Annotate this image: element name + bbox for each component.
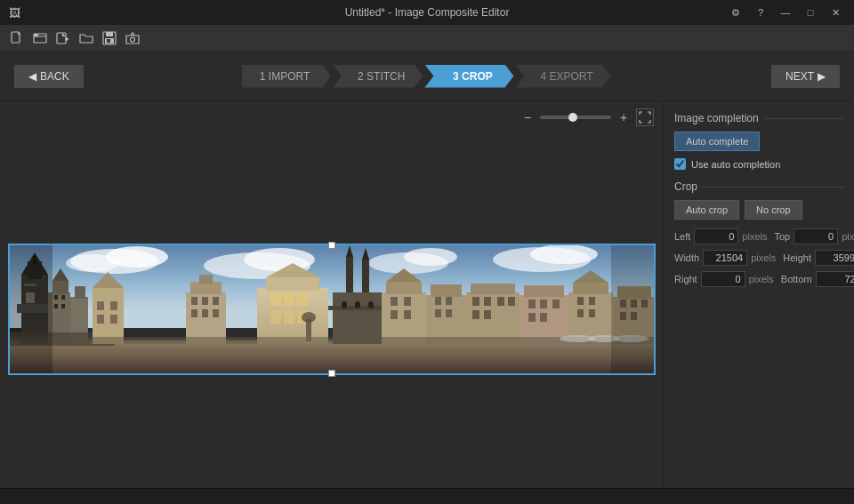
svg-point-16 <box>404 248 457 266</box>
open-image-button[interactable] <box>53 28 73 48</box>
field-row-right-bottom: Right pixels Bottom pixels <box>674 271 843 287</box>
steps-bar: ◀ BACK 1 IMPORT 2 STITCH 3 CROP 4 EXPORT… <box>0 52 854 101</box>
use-auto-completion-checkbox[interactable] <box>674 158 686 170</box>
svg-rect-96 <box>552 300 560 308</box>
svg-rect-52 <box>368 301 374 308</box>
panorama-image <box>8 244 656 375</box>
svg-point-8 <box>131 37 135 42</box>
right-panel: Image completion Auto complete Use auto … <box>663 101 854 488</box>
svg-point-118 <box>302 312 316 323</box>
close-button[interactable]: ✕ <box>824 4 847 21</box>
svg-rect-87 <box>484 297 491 306</box>
svg-rect-35 <box>54 304 58 308</box>
svg-rect-91 <box>484 310 491 319</box>
bottom-input[interactable] <box>816 271 854 287</box>
app-icon: 🖼 <box>7 5 21 20</box>
top-label: Top <box>774 231 790 242</box>
canvas-viewport[interactable] <box>0 130 663 488</box>
window-controls: ⚙ ? — □ ✕ <box>724 4 847 21</box>
help-button[interactable]: ? <box>749 4 772 21</box>
settings-button[interactable]: ⚙ <box>724 4 747 21</box>
right-input[interactable] <box>701 271 745 287</box>
svg-rect-42 <box>97 315 104 324</box>
svg-rect-120 <box>611 244 656 375</box>
svg-rect-104 <box>577 309 584 317</box>
svg-rect-90 <box>472 310 479 319</box>
panorama-container <box>8 244 656 375</box>
svg-rect-29 <box>52 281 68 294</box>
svg-rect-88 <box>497 297 504 306</box>
svg-rect-119 <box>8 244 52 375</box>
zoom-toolbar: − + <box>0 101 663 130</box>
step-stitch[interactable]: 2 STITCH <box>333 65 423 88</box>
bottom-label: Bottom <box>781 274 812 284</box>
title-bar: 🖼 Untitled* - Image Composite Editor ⚙ ?… <box>0 0 854 25</box>
top-unit: pixels <box>842 231 854 242</box>
svg-rect-2 <box>34 34 38 36</box>
width-input[interactable] <box>703 250 747 266</box>
svg-rect-76 <box>391 310 398 319</box>
main-content: − + <box>0 101 854 488</box>
back-button[interactable]: ◀ BACK <box>14 65 84 88</box>
save-button[interactable] <box>100 28 119 48</box>
svg-rect-58 <box>297 292 308 306</box>
svg-rect-7 <box>107 39 110 43</box>
image-completion-title: Image completion <box>674 112 843 124</box>
step-crop[interactable]: 3 CROP <box>424 65 513 88</box>
field-row-width-height: Width pixels Height pixels <box>674 250 843 266</box>
camera-button[interactable] <box>123 28 142 48</box>
no-crop-button[interactable]: No crop <box>745 200 802 220</box>
top-input[interactable] <box>794 228 838 244</box>
use-auto-completion-label: Use auto completion <box>691 159 780 170</box>
width-unit: pixels <box>751 252 776 263</box>
svg-rect-105 <box>589 309 595 317</box>
auto-crop-button[interactable]: Auto crop <box>674 200 739 220</box>
open-folder-button[interactable] <box>77 28 96 48</box>
svg-rect-40 <box>97 301 104 310</box>
svg-rect-41 <box>110 301 117 310</box>
step-export[interactable]: 4 EXPORT <box>515 65 610 88</box>
open-project-button[interactable] <box>30 28 50 48</box>
svg-rect-56 <box>270 292 281 306</box>
auto-complete-button[interactable]: Auto complete <box>674 132 760 151</box>
right-label: Right <box>674 274 697 284</box>
svg-point-18 <box>530 244 598 264</box>
svg-rect-79 <box>431 284 462 297</box>
svg-rect-103 <box>589 297 595 305</box>
svg-rect-72 <box>386 282 422 294</box>
height-label: Height <box>783 252 811 263</box>
svg-rect-102 <box>577 297 584 305</box>
new-button[interactable] <box>7 28 27 48</box>
svg-rect-19 <box>8 341 656 375</box>
svg-rect-98 <box>540 313 547 322</box>
svg-rect-95 <box>540 300 547 308</box>
next-button[interactable]: NEXT ▶ <box>771 65 840 88</box>
zoom-thumb[interactable] <box>568 113 577 122</box>
maximize-button[interactable]: □ <box>799 4 822 21</box>
height-input[interactable] <box>815 250 854 266</box>
image-completion-section: Image completion Auto complete Use auto … <box>674 112 843 170</box>
svg-rect-97 <box>528 313 536 322</box>
svg-rect-81 <box>446 297 452 305</box>
svg-rect-100 <box>573 283 608 294</box>
svg-rect-5 <box>106 32 113 36</box>
svg-rect-50 <box>342 301 347 308</box>
left-unit: pixels <box>742 231 767 242</box>
svg-rect-32 <box>75 286 85 299</box>
svg-rect-60 <box>284 310 294 324</box>
svg-rect-68 <box>191 309 197 317</box>
fit-button[interactable] <box>636 108 654 126</box>
svg-point-12 <box>66 254 119 272</box>
right-unit: pixels <box>749 274 774 284</box>
crop-section-title: Crop <box>674 180 843 193</box>
zoom-in-button[interactable]: + <box>615 108 632 126</box>
crop-section: Crop Auto crop No crop Left pixels Top p… <box>674 180 843 292</box>
zoom-slider[interactable] <box>540 116 611 119</box>
step-import[interactable]: 1 IMPORT <box>242 65 331 88</box>
svg-rect-75 <box>404 297 411 306</box>
svg-rect-65 <box>191 297 197 305</box>
left-input[interactable] <box>694 228 738 244</box>
zoom-out-button[interactable]: − <box>519 108 536 126</box>
svg-rect-85 <box>471 284 515 294</box>
minimize-button[interactable]: — <box>774 4 797 21</box>
